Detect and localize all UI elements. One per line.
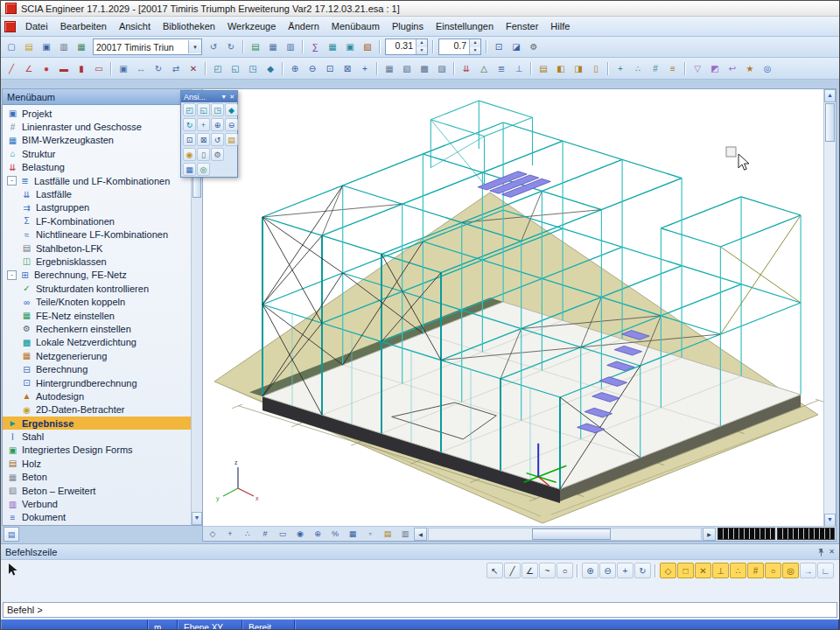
menu-men-baum[interactable]: Menübaum [326, 18, 386, 34]
tree-item-lastgruppen[interactable]: ⇉Lastgruppen [3, 201, 192, 214]
view-point-icon[interactable]: ◉ [291, 527, 309, 541]
print-icon[interactable]: ▥ [55, 39, 73, 55]
zoom-window-palette-icon[interactable]: ⊡ [183, 133, 196, 146]
menu-bearbeiten[interactable]: Bearbeiten [54, 18, 113, 34]
line-grid-icon[interactable]: # [647, 60, 664, 76]
zoom-all-palette-icon[interactable]: ⊠ [197, 133, 210, 146]
cursor-snap-icon[interactable]: + [221, 527, 239, 541]
workplane-icon[interactable]: ▭ [274, 527, 291, 541]
rotate-view-palette-icon[interactable]: ↻ [183, 118, 196, 131]
show-local-axes-icon[interactable]: ⊥ [510, 60, 528, 76]
save-project-icon[interactable]: ▣ [38, 39, 55, 55]
clip-planes-palette-icon[interactable]: ▯ [197, 148, 210, 161]
move-icon[interactable]: ↔ [132, 60, 150, 76]
tree-item-lf-kombinationen[interactable]: ΣLF-Kombinationen [3, 214, 192, 228]
scale-stepper-1[interactable]: 0.31 ▲▼ [385, 38, 428, 55]
fast-draw-icon[interactable]: ▦ [344, 527, 361, 541]
view-front-icon[interactable]: ◱ [227, 60, 244, 76]
transparent-mode-icon[interactable]: ▨ [433, 60, 451, 76]
zoom-window-icon[interactable]: ⊡ [321, 60, 339, 76]
tree-item-verbund[interactable]: ▥Verbund [3, 497, 192, 510]
view-settings-palette-icon[interactable]: ⚙ [211, 148, 224, 161]
tree-item-autodesign[interactable]: ▲Autodesign [3, 389, 192, 402]
named-selection-icon[interactable]: ★ [741, 60, 759, 76]
tree-item-integriertes-design-forms[interactable]: ▣Integriertes Design Forms [3, 444, 192, 457]
menu-plugins[interactable]: Plugins [386, 18, 430, 34]
activity-layers-icon[interactable]: ▤ [535, 60, 552, 76]
tree-item-berechnung[interactable]: ⊟Berechnung [3, 362, 192, 375]
polyline-draw-icon[interactable]: ∠ [20, 60, 38, 76]
activity-workplane-icon[interactable]: ◨ [570, 60, 587, 76]
layer-manager-icon[interactable]: ≡ [664, 60, 682, 76]
view-right-palette-icon[interactable]: ◳ [211, 103, 224, 116]
zoom-by-cursor-icon[interactable]: ⊕ [309, 527, 326, 541]
tree-item-nichtlineare-lf-kombinationen[interactable]: ≈Nichtlineare LF-Kombinationen [3, 228, 192, 242]
snap-endpoint-icon[interactable]: □ [677, 563, 694, 578]
layer-colors-icon[interactable]: ▤ [379, 527, 396, 541]
menu-datei[interactable]: Datei [19, 18, 54, 34]
snap-orthogonal-icon[interactable]: ⊥ [712, 563, 729, 578]
show-supports-icon[interactable]: △ [475, 60, 493, 76]
menu-einstellungen[interactable]: Einstellungen [430, 18, 500, 34]
palette-close-icon[interactable]: ✕ [229, 94, 234, 101]
snap-line-grid-icon[interactable]: # [747, 563, 764, 578]
tree-item-holz[interactable]: ▤Holz [3, 457, 192, 470]
clipping-box-icon[interactable]: ▯ [587, 60, 605, 76]
ucs-tool-icon[interactable]: + [612, 60, 629, 76]
pan-view-icon[interactable]: + [617, 563, 634, 578]
open-project-icon[interactable]: ▤ [20, 39, 38, 55]
viewport-vertical-scrollbar[interactable]: ▲ ▼ [823, 89, 836, 527]
menu-fenster[interactable]: Fenster [500, 18, 544, 34]
view-axonometric-icon[interactable]: ◆ [262, 60, 279, 76]
polyline-tool-icon[interactable]: ∠ [522, 563, 538, 578]
tree-item-bim-werkzeugkasten[interactable]: ▦BIM-Werkzeugkasten [3, 134, 192, 147]
tree-item-belastung[interactable]: ⇊Belastung [3, 161, 192, 174]
rotate-icon[interactable]: ↻ [150, 60, 167, 76]
tree-scroll-down-button[interactable]: ▼ [192, 512, 202, 525]
project-combo[interactable]: 20017 Timiris Triun ▼ [93, 38, 202, 55]
zoom-all-icon[interactable]: ⊠ [339, 60, 356, 76]
plate-draw-icon[interactable]: ▭ [90, 60, 108, 76]
tree-item-ergebnisklassen[interactable]: ◫Ergebnisklassen [3, 255, 192, 268]
zoom-in-icon[interactable]: ⊕ [286, 60, 304, 76]
shrink-elements-icon[interactable]: ▫ [361, 527, 379, 541]
selection-arrow-icon[interactable]: ↖ [486, 563, 503, 578]
snap-arc-center-icon[interactable]: ◎ [782, 563, 799, 578]
copy-icon[interactable]: ▣ [115, 60, 132, 76]
scale-value-1[interactable]: 0.31 [386, 39, 416, 54]
dot-grid-icon[interactable]: ∴ [629, 60, 647, 76]
scale-spin-2[interactable]: ▲▼ [469, 39, 480, 54]
command-panel-close-icon[interactable]: ✕ [829, 548, 835, 556]
view-front-palette-icon[interactable]: ◱ [197, 103, 210, 116]
tree-item-hintergrundberechnung[interactable]: ⊡Hintergrundberechnung [3, 376, 192, 389]
combo-dropdown-arrow[interactable]: ▼ [188, 40, 201, 53]
column-draw-icon[interactable]: ▮ [73, 60, 90, 76]
tree-item-dokument[interactable]: ≡Dokument [3, 511, 192, 524]
tree-item-lokale-netzverdichtung[interactable]: ▩Lokale Netzverdichtung [3, 336, 192, 349]
tree-item-linienraster-und-geschosse[interactable]: #Linienraster und Geschosse [3, 120, 192, 133]
light-settings-palette-icon[interactable]: ◉ [183, 148, 196, 161]
zoom-selection-icon[interactable]: ⊡ [490, 39, 508, 55]
ortho-mode-icon[interactable]: ∟ [817, 563, 834, 578]
vertical-scrollbar-thumb[interactable] [825, 103, 835, 142]
command-input[interactable]: Befehl > [3, 602, 837, 618]
project-data-icon[interactable]: ▦ [73, 39, 90, 55]
redo-icon[interactable]: ↻ [222, 39, 240, 55]
snap-intersection-icon[interactable]: ✕ [695, 563, 711, 578]
beam-draw-icon[interactable]: ▬ [55, 60, 73, 76]
menu-ansicht[interactable]: Ansicht [113, 18, 157, 34]
fe-mesh-icon[interactable]: ▦ [324, 39, 341, 55]
tree-item-struktur[interactable]: ⌂Struktur [3, 147, 192, 160]
pan-view-palette-icon[interactable]: + [197, 118, 210, 131]
named-views-icon[interactable]: ◪ [508, 39, 525, 55]
tree-item-lastf-lle[interactable]: ⇊Lastfälle [3, 187, 192, 200]
tree-item-stahlbeton-lfk[interactable]: ▤Stahlbeton-LFK [3, 242, 192, 255]
cursor-step-icon[interactable]: → [800, 563, 816, 578]
view-axonometric-palette-icon[interactable]: ◆ [225, 103, 238, 116]
settings-icon[interactable]: ⚙ [525, 39, 542, 55]
tree-item-ergebnisse[interactable]: ►Ergebnisse [3, 416, 192, 430]
mirror-icon[interactable]: ⇄ [167, 60, 185, 76]
dot-grid-toggle-icon[interactable]: ∴ [239, 527, 256, 541]
hidden-line-mode-icon[interactable]: ▧ [398, 60, 416, 76]
zoom-in-palette-icon[interactable]: ⊕ [211, 118, 224, 131]
